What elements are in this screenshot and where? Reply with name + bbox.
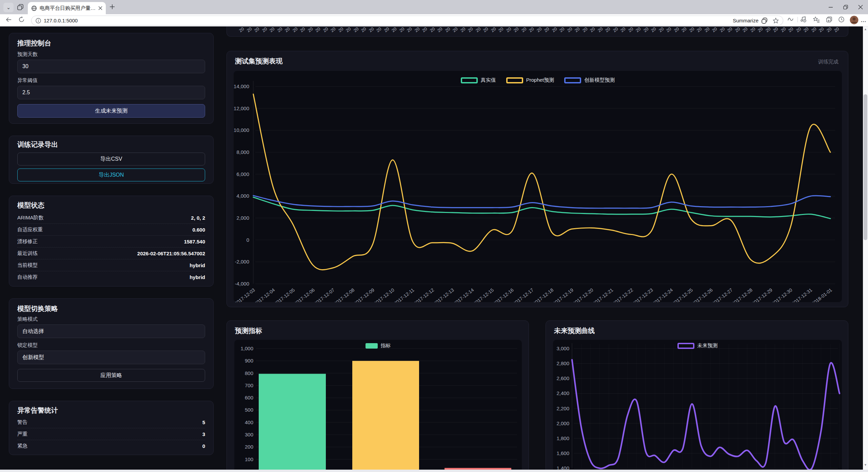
y-axis-label: 12,000 — [234, 105, 249, 111]
status-row: 漂移修正1587.540 — [17, 236, 205, 248]
legend-item[interactable]: Prophet预测 — [506, 77, 554, 83]
cut-date-label: 20 — [642, 26, 649, 33]
cut-date-label: 20 — [291, 26, 298, 33]
threshold-input[interactable] — [17, 86, 205, 99]
browser-window: ⌄ 电商平台日购买用户量预测 — [0, 0, 868, 472]
x-axis-label: 2017-12-18 — [532, 287, 554, 302]
cut-date-label: 20 — [818, 26, 825, 33]
export-json-button[interactable]: 导出JSON — [17, 169, 205, 181]
refresh-icon[interactable] — [18, 16, 25, 23]
summarize-button[interactable]: Summarize — [733, 17, 779, 24]
legend-item[interactable]: 真实值 — [461, 77, 496, 83]
tab-close-icon[interactable] — [98, 6, 102, 10]
test-chart-panel: 真实值Prophet预测创新模型预测 14,00012,00010,0008,0… — [234, 71, 842, 302]
page-content: 推理控制台 预测天数 异常阈值 生成未来预测 训练记录导出 导出CSV 导出JS… — [0, 26, 863, 472]
cut-date-label: 20 — [635, 26, 642, 33]
alert-row: 警告5 — [17, 416, 205, 428]
strategy-mode-select[interactable]: 自动选择 — [17, 324, 205, 338]
alerts-title: 异常告警统计 — [17, 406, 205, 415]
y-axis-label: 700 — [245, 382, 253, 388]
favorites-bar-icon[interactable] — [813, 16, 820, 23]
model-status-title: 模型状态 — [17, 201, 205, 210]
forecast-days-input[interactable] — [17, 60, 205, 73]
y-axis-label: 2,800 — [556, 360, 569, 366]
copilot-icon — [761, 17, 768, 24]
x-axis-label: 2018-01-01 — [811, 287, 833, 302]
cut-date-label: 20 — [284, 26, 291, 33]
cut-date-label: 20 — [833, 26, 840, 33]
x-axis-label: 2017-12-09 — [353, 287, 375, 302]
cut-date-label: 20 — [757, 26, 764, 33]
restore-button[interactable] — [838, 0, 853, 14]
forecast-days-label: 预测天数 — [17, 51, 205, 58]
test-chart-title: 测试集预测表现 — [235, 57, 282, 66]
metrics-chart-svg: 1,0009008007006005004003002001000 — [234, 340, 522, 472]
export-title: 训练记录导出 — [17, 140, 205, 149]
minimize-button[interactable] — [823, 0, 838, 14]
browser-tab[interactable]: 电商平台日购买用户量预测 — [28, 2, 106, 14]
scrollbar-thumb[interactable] — [864, 94, 867, 240]
generate-forecast-button[interactable]: 生成未来预测 — [17, 104, 205, 118]
x-axis-label: 2017-12-15 — [472, 287, 495, 302]
new-tab-button[interactable] — [109, 4, 115, 10]
metrics-chart-title: 预测指标 — [235, 326, 262, 335]
back-icon[interactable] — [5, 16, 12, 23]
cut-date-label: 20 — [574, 26, 581, 33]
scrollbar-up-icon[interactable]: ▲ — [863, 26, 868, 32]
url-text[interactable]: 127.0.0.1:5000 — [44, 18, 733, 23]
legend-label: 真实值 — [481, 77, 496, 83]
metrics-card: 预测指标 指标 1,000900800700600500400300200100… — [226, 320, 529, 472]
cut-date-label: 20 — [566, 26, 573, 33]
cut-date-label: 20 — [444, 26, 451, 33]
x-axis-label: 2017-12-05 — [273, 287, 296, 302]
site-info-icon[interactable] — [36, 18, 41, 23]
cut-date-label: 20 — [307, 26, 314, 33]
future-chart-panel: 未来预测 3,0002,8002,6002,4002,2002,0001,800… — [553, 340, 842, 472]
x-axis-label: 2017-12-13 — [432, 287, 455, 302]
address-bar[interactable]: 127.0.0.1:5000 Summarize — [31, 16, 783, 25]
tab-search-caret-button[interactable]: ⌄ — [3, 3, 14, 12]
collections-icon[interactable] — [826, 16, 832, 23]
x-axis-label: 2017-12-19 — [552, 287, 574, 302]
x-axis-label: 2017-12-23 — [631, 287, 654, 302]
cut-date-label: 20 — [398, 26, 405, 33]
history-icon[interactable] — [838, 16, 845, 23]
cut-date-label: 20 — [535, 26, 542, 33]
favorite-star-icon[interactable] — [773, 18, 779, 24]
x-axis-label: 2017-12-21 — [592, 287, 614, 302]
tab-title: 电商平台日购买用户量预测 — [40, 5, 96, 12]
legend-label: 创新模型预测 — [584, 77, 615, 83]
scrollbar-down-icon[interactable]: ▼ — [863, 462, 868, 468]
x-axis-label: 2017-12-31 — [791, 287, 813, 302]
cut-date-label: 20 — [803, 26, 810, 33]
cut-date-label: 20 — [749, 26, 756, 33]
metrics-chart-legend: 指标 — [234, 342, 522, 349]
cut-date-label: 20 — [696, 26, 703, 33]
cut-date-label: 20 — [245, 26, 253, 33]
cut-date-label: 20 — [589, 26, 596, 33]
more-menu-icon[interactable]: … — [861, 17, 866, 24]
window-close-button[interactable] — [853, 0, 868, 14]
cut-date-label: 20 — [337, 26, 344, 33]
cut-date-label: 20 — [383, 26, 390, 33]
inference-console-title: 推理控制台 — [17, 39, 205, 48]
browser-essentials-icon[interactable] — [787, 16, 794, 23]
cut-date-label: 20 — [528, 26, 535, 33]
cut-date-label: 20 — [352, 26, 359, 33]
cut-date-label: 20 — [764, 26, 771, 33]
tab-strip: ⌄ 电商平台日购买用户量预测 — [0, 0, 868, 14]
media-controls-icon[interactable] — [800, 16, 807, 23]
legend-item[interactable]: 未来预测 — [677, 342, 718, 349]
export-csv-button[interactable]: 导出CSV — [17, 153, 205, 165]
legend-item[interactable]: 指标 — [366, 342, 391, 349]
x-axis-label: 2017-12-27 — [711, 287, 733, 302]
y-axis-label: 2,000 — [556, 420, 569, 426]
metrics-chart-panel: 指标 1,0009008007006005004003002001000 — [234, 340, 522, 472]
profile-avatar[interactable] — [850, 16, 859, 24]
legend-item[interactable]: 创新模型预测 — [564, 77, 615, 83]
workspaces-icon[interactable] — [17, 4, 24, 11]
cut-date-label: 20 — [604, 26, 611, 33]
lock-model-select[interactable]: 创新模型 — [17, 351, 205, 364]
page-scrollbar[interactable]: ▲ ▼ — [863, 26, 868, 470]
apply-strategy-button[interactable]: 应用策略 — [17, 369, 205, 382]
